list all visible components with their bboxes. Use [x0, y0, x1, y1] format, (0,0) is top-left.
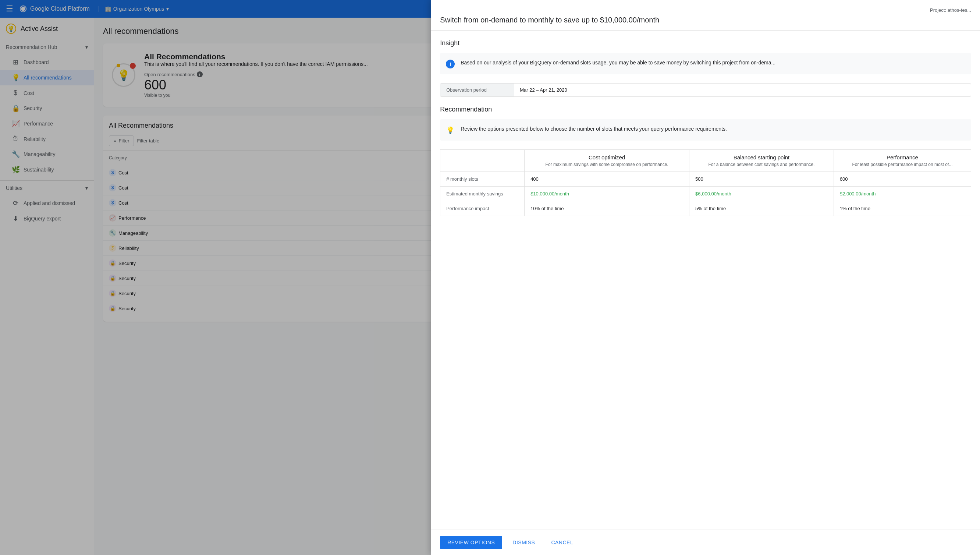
comparison-value-cell: 5% of the time [689, 201, 834, 216]
comparison-row-label: Performance impact [440, 201, 524, 216]
panel-project: Project: athos-tes... [930, 7, 971, 13]
rec-advice-icon: 💡 [446, 126, 455, 135]
comparison-row: # monthly slots400500600 [440, 172, 971, 187]
cancel-button[interactable]: CANCEL [545, 536, 579, 549]
observation-period-row: Observation period Mar 22 – Apr 21, 2020 [440, 83, 971, 97]
insight-section-label: Insight [440, 39, 971, 47]
recommendation-section-label: Recommendation [440, 106, 971, 113]
comparison-value-cell: 10% of the time [524, 201, 689, 216]
comparison-value-cell: $10,000.00/month [524, 187, 689, 201]
comparison-row: Estimated monthly savings$10,000.00/mont… [440, 187, 971, 201]
comparison-value-cell: 1% of the time [834, 201, 971, 216]
panel-title: Switch from on-demand to monthly to save… [440, 16, 971, 24]
rec-advice-text: Review the options presented below to ch… [460, 125, 727, 133]
comparison-row-label: # monthly slots [440, 172, 524, 187]
col-balanced: Balanced starting point For a balance be… [689, 150, 834, 172]
obs-period-label: Observation period [440, 83, 514, 96]
col-cost-optimized: Cost optimized For maximum savings with … [524, 150, 689, 172]
dismiss-button[interactable]: DISMISS [507, 536, 541, 549]
comparison-value-cell: 400 [524, 172, 689, 187]
panel-header: Project: athos-tes... Switch from on-dem… [431, 0, 980, 30]
comparison-row: Performance impact10% of the time5% of t… [440, 201, 971, 216]
comparison-row-label: Estimated monthly savings [440, 187, 524, 201]
rec-advice-box: 💡 Review the options presented below to … [440, 119, 971, 141]
panel-body: Insight i Based on our analysis of your … [431, 30, 980, 529]
comparison-value-cell: 600 [834, 172, 971, 187]
insight-box: i Based on our analysis of your BigQuery… [440, 53, 971, 74]
panel-footer: REVIEW OPTIONS DISMISS CANCEL [431, 529, 980, 555]
insight-icon: i [446, 59, 455, 69]
review-options-button[interactable]: REVIEW OPTIONS [440, 536, 502, 549]
corner-cell [440, 150, 524, 172]
comparison-table: Cost optimized For maximum savings with … [440, 149, 971, 216]
col-performance: Performance For least possible performan… [834, 150, 971, 172]
insight-text: Based on our analysis of your BigQuery o… [460, 59, 775, 67]
comparison-value-cell: $2,000.00/month [834, 187, 971, 201]
comparison-value-cell: $6,000.00/month [689, 187, 834, 201]
obs-period-value: Mar 22 – Apr 21, 2020 [514, 83, 573, 96]
side-panel: Project: athos-tes... Switch from on-dem… [431, 0, 980, 555]
comparison-value-cell: 500 [689, 172, 834, 187]
